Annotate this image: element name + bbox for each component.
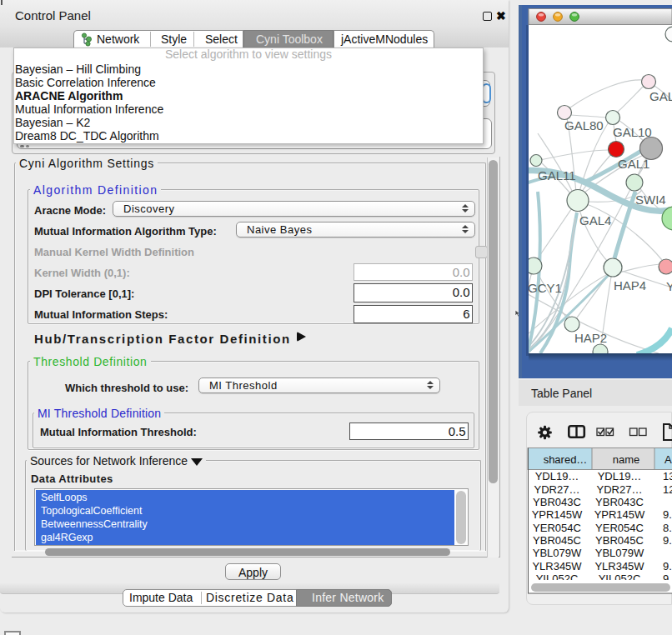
svg-text:YER054C: YER054C: [533, 522, 581, 534]
svg-text:12: 12: [663, 483, 672, 496]
svg-text:YBR043C: YBR043C: [533, 496, 581, 508]
svg-text:GAL1: GAL1: [618, 157, 649, 171]
svg-text:YBR045C: YBR045C: [533, 534, 581, 547]
svg-text:YDL19…: YDL19…: [598, 470, 642, 482]
svg-text:A: A: [664, 453, 672, 466]
svg-text:9.: 9.: [663, 508, 672, 521]
svg-text:GCY1: GCY1: [528, 281, 562, 295]
svg-text:YMR: YMR: [666, 279, 672, 293]
svg-text:YBL079W: YBL079W: [533, 547, 582, 559]
svg-text:8.: 8.: [663, 522, 672, 534]
svg-text:SWI4: SWI4: [635, 192, 666, 207]
svg-text:GAL4: GAL4: [579, 213, 611, 228]
svg-text:9.: 9.: [663, 560, 672, 572]
svg-text:YPR145W: YPR145W: [532, 508, 583, 521]
svg-text:YLR345W: YLR345W: [594, 560, 644, 572]
svg-text:YDR27…: YDR27…: [534, 483, 580, 496]
svg-text:HAP4: HAP4: [614, 278, 646, 292]
svg-text:GAL10: GAL10: [613, 125, 652, 139]
svg-text:YDL19…: YDL19…: [535, 470, 579, 482]
svg-text:9.: 9.: [663, 534, 672, 547]
svg-text:13: 13: [663, 470, 672, 482]
svg-text:YER054C: YER054C: [595, 522, 644, 534]
svg-text:YPR145W: YPR145W: [594, 508, 645, 521]
svg-text:YBR045C: YBR045C: [595, 534, 644, 547]
svg-text:GAL11: GAL11: [538, 168, 576, 182]
svg-text:shared…: shared…: [544, 453, 588, 466]
svg-text:name: name: [613, 453, 640, 466]
svg-text:YDR27…: YDR27…: [597, 483, 643, 496]
svg-text:GAL7: GAL7: [649, 89, 672, 103]
svg-text:GAL80: GAL80: [564, 118, 604, 132]
svg-text:YBR043C: YBR043C: [595, 496, 644, 508]
svg-text:YBL079W: YBL079W: [595, 547, 644, 559]
svg-text:YLR345W: YLR345W: [532, 560, 582, 572]
svg-text:HAP2: HAP2: [574, 331, 607, 345]
